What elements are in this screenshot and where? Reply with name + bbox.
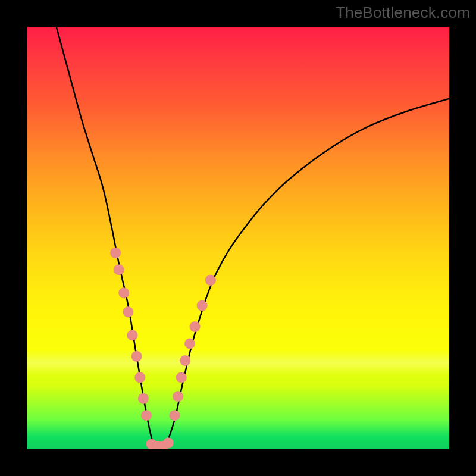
bead-right	[184, 339, 195, 349]
bead-right	[176, 372, 187, 383]
bead-left	[131, 351, 142, 362]
watermark: TheBottleneck.com	[336, 4, 470, 22]
bead-cluster	[110, 248, 216, 449]
frame: TheBottleneck.com	[0, 0, 476, 476]
bead-left	[123, 306, 133, 317]
plot-area	[27, 27, 449, 449]
bead-left	[138, 393, 149, 404]
bead-left	[114, 264, 124, 275]
curve-right-branch	[166, 99, 449, 445]
bead-right	[180, 355, 190, 366]
bead-left	[127, 330, 138, 340]
bead-right	[197, 300, 208, 311]
bead-right	[170, 410, 180, 421]
bead-right	[190, 321, 201, 332]
bead-valley	[163, 437, 174, 448]
bead-right	[173, 391, 183, 402]
bead-left	[141, 410, 152, 421]
bead-left	[110, 248, 121, 258]
bead-left	[118, 287, 129, 298]
chart-svg	[27, 27, 449, 449]
bead-left	[134, 372, 145, 383]
bead-right	[205, 275, 216, 286]
